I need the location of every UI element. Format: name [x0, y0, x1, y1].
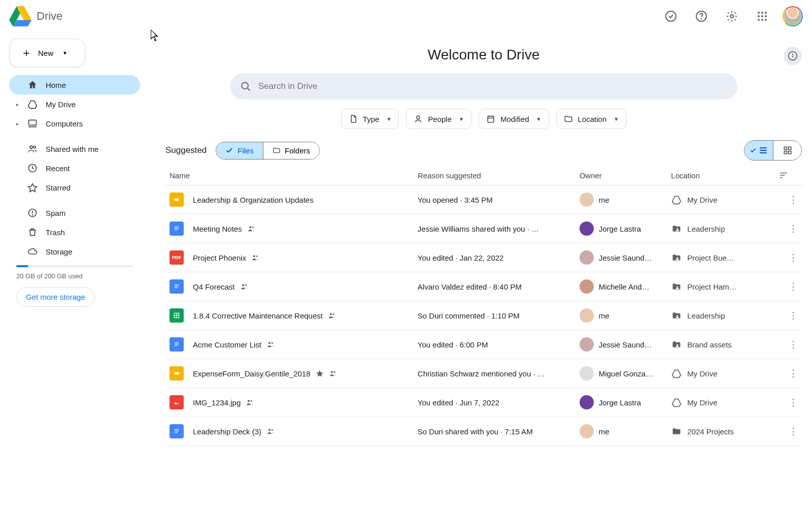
svg-point-51 — [249, 226, 251, 228]
help-icon[interactable] — [691, 6, 712, 26]
col-reason[interactable]: Reason suggested — [414, 166, 576, 185]
file-location: Leadership — [687, 311, 725, 320]
file-row[interactable]: PDF Project Phoenix You edited · Jan 22,… — [165, 243, 802, 272]
row-more-icon[interactable]: ⋮ — [789, 195, 798, 205]
shared-icon — [266, 340, 275, 348]
row-more-icon[interactable]: ⋮ — [789, 252, 798, 263]
filter-people[interactable]: People ▼ — [406, 109, 471, 129]
svg-point-11 — [761, 15, 763, 17]
svg-point-29 — [242, 82, 248, 89]
folder-icon — [671, 426, 682, 436]
filter-type[interactable]: Type ▼ — [341, 109, 399, 129]
nav-starred[interactable]: Starred — [9, 178, 140, 197]
svg-rect-37 — [760, 150, 767, 151]
file-name: Meeting Notes — [193, 225, 242, 233]
nav-my-drive[interactable]: ▸ My Drive — [9, 94, 140, 114]
col-owner[interactable]: Owner — [576, 166, 667, 185]
segment-files[interactable]: Files — [216, 142, 263, 159]
nav-spam[interactable]: Spam — [9, 203, 140, 223]
folder-shared-icon — [671, 224, 682, 234]
offline-ready-icon[interactable] — [661, 6, 681, 26]
file-reason: So Duri commented · 1:10 PM — [414, 301, 576, 330]
svg-point-15 — [765, 19, 767, 21]
pdf-file-icon: PDF — [170, 250, 184, 265]
svg-rect-69 — [175, 342, 179, 343]
nav-home[interactable]: Home — [9, 75, 140, 94]
file-row[interactable]: Acme Customer List You edited · 6:00 PM … — [165, 330, 802, 359]
mydrive-icon — [671, 397, 682, 407]
row-more-icon[interactable]: ⋮ — [789, 397, 798, 407]
nav-label: Spam — [46, 209, 65, 217]
nav-shared-with-me[interactable]: Shared with me — [9, 139, 140, 158]
file-row[interactable]: 1.8.4 Corrective Maintenance Request So … — [165, 301, 802, 330]
svg-rect-58 — [175, 286, 179, 287]
col-location[interactable]: Location — [667, 166, 775, 185]
nav-trash[interactable]: Trash — [9, 223, 140, 242]
search-bar[interactable] — [230, 73, 737, 100]
sheets-file-icon — [170, 308, 184, 323]
svg-point-3 — [666, 11, 676, 21]
nav-storage[interactable]: Storage — [9, 242, 140, 261]
docs-file-icon — [170, 424, 184, 438]
file-row[interactable]: Meeting Notes Jessie Williams shared wit… — [165, 214, 802, 243]
nav-label: Storage — [46, 247, 73, 256]
file-location: Project Bue… — [687, 253, 734, 262]
nav-recent[interactable]: Recent — [9, 158, 140, 178]
row-more-icon[interactable]: ⋮ — [789, 339, 798, 350]
trash-icon — [27, 227, 38, 237]
new-button[interactable]: ＋ New ▼ — [9, 39, 85, 67]
nav-label: Trash — [46, 228, 65, 237]
col-name[interactable]: Name — [165, 166, 414, 185]
row-more-icon[interactable]: ⋮ — [789, 368, 798, 378]
svg-rect-71 — [175, 345, 178, 346]
row-more-icon[interactable]: ⋮ — [789, 310, 798, 321]
file-location: My Drive — [687, 196, 717, 204]
col-sort[interactable] — [775, 166, 802, 185]
file-row[interactable]: IMG_1234.jpg You edited · Jun 7, 2022 Jo… — [165, 388, 802, 417]
svg-marker-79 — [672, 370, 681, 377]
file-owner: Michelle And… — [599, 282, 650, 291]
file-reason: Alvaro Valdez edited · 8:40 PM — [414, 272, 576, 301]
file-reason: You edited · Jan 22, 2022 — [414, 243, 576, 272]
account-avatar[interactable] — [783, 6, 803, 26]
file-owner: me — [599, 196, 610, 204]
info-icon[interactable] — [784, 47, 802, 65]
shared-icon — [266, 427, 275, 435]
row-more-icon[interactable]: ⋮ — [789, 426, 798, 436]
row-more-icon[interactable]: ⋮ — [789, 281, 798, 292]
docs-file-icon — [170, 337, 184, 352]
svg-point-78 — [333, 371, 335, 373]
svg-rect-48 — [175, 227, 179, 227]
settings-gear-icon[interactable] — [722, 6, 742, 26]
drive-logo-icon[interactable] — [9, 6, 31, 26]
filter-modified[interactable]: Modified ▼ — [479, 109, 549, 129]
file-row[interactable]: Q4 Forecast Alvaro Valdez edited · 8:40 … — [165, 272, 802, 301]
filter-location[interactable]: Location ▼ — [556, 109, 627, 129]
file-row[interactable]: ExpenseForm_Daisy.Gentile_2018 Christian… — [165, 359, 802, 388]
docs-file-icon — [170, 221, 184, 236]
view-grid-button[interactable] — [773, 141, 801, 160]
chevron-down-icon: ▼ — [386, 116, 391, 122]
svg-rect-44 — [780, 175, 785, 176]
segment-folders[interactable]: Folders — [263, 142, 319, 159]
file-reason: You edited · 6:00 PM — [414, 330, 576, 359]
brand-text[interactable]: Drive — [37, 10, 62, 23]
get-storage-button[interactable]: Get more storage — [16, 287, 95, 307]
owner-avatar — [580, 250, 594, 265]
file-reason: Christian Schwarz mentioned you · … — [414, 359, 576, 388]
svg-point-55 — [256, 256, 258, 257]
file-owner: me — [599, 311, 610, 320]
computer-icon — [27, 118, 38, 129]
svg-rect-85 — [175, 432, 178, 433]
storage-usage-text: 20 GB of 200 GB used — [9, 271, 140, 285]
apps-grid-icon[interactable] — [752, 6, 772, 26]
search-input[interactable] — [258, 81, 727, 91]
view-list-button[interactable] — [745, 141, 773, 160]
nav-computers[interactable]: ▸ Computers — [9, 114, 140, 133]
file-row[interactable]: Leadership Deck (3) So Duri shared with … — [165, 417, 802, 446]
svg-point-87 — [272, 429, 273, 431]
plus-icon: ＋ — [21, 47, 32, 58]
file-row[interactable]: Leadership & Organization Updates You op… — [165, 185, 802, 214]
svg-rect-75 — [174, 372, 179, 375]
row-more-icon[interactable]: ⋮ — [789, 224, 798, 234]
